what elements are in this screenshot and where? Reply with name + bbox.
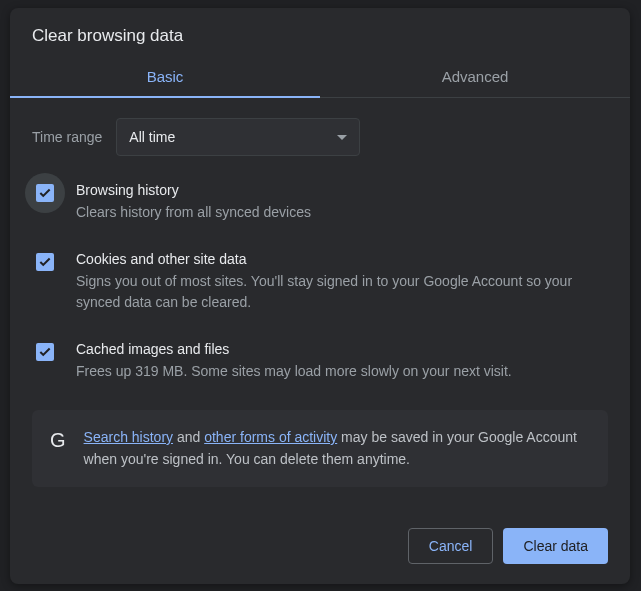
other-activity-link[interactable]: other forms of activity	[204, 429, 337, 445]
google-g-icon: G	[50, 426, 66, 454]
option-desc: Clears history from all synced devices	[76, 202, 608, 223]
clear-browsing-data-dialog: Clear browsing data Basic Advanced Time …	[10, 8, 630, 584]
chevron-down-icon	[337, 135, 347, 140]
tab-bar: Basic Advanced	[10, 54, 630, 98]
time-range-label: Time range	[32, 129, 102, 145]
option-cookies: Cookies and other site data Signs you ou…	[32, 251, 608, 313]
search-history-link[interactable]: Search history	[84, 429, 173, 445]
checkbox-cache[interactable]	[36, 343, 54, 361]
option-title: Browsing history	[76, 182, 608, 198]
checkbox-cookies[interactable]	[36, 253, 54, 271]
option-desc: Signs you out of most sites. You'll stay…	[76, 271, 608, 313]
option-text: Cookies and other site data Signs you ou…	[76, 251, 608, 313]
tab-advanced[interactable]: Advanced	[320, 54, 630, 97]
check-icon	[38, 186, 52, 200]
time-range-value: All time	[129, 129, 175, 145]
check-icon	[38, 255, 52, 269]
option-title: Cookies and other site data	[76, 251, 608, 267]
dialog-footer: Cancel Clear data	[10, 510, 630, 584]
info-mid1: and	[173, 429, 204, 445]
option-text: Browsing history Clears history from all…	[76, 182, 608, 223]
option-text: Cached images and files Frees up 319 MB.…	[76, 341, 608, 382]
info-text: Search history and other forms of activi…	[84, 426, 590, 471]
check-icon	[38, 345, 52, 359]
option-title: Cached images and files	[76, 341, 608, 357]
clear-data-button[interactable]: Clear data	[503, 528, 608, 564]
dialog-content: Time range All time Browsing history Cle…	[10, 98, 630, 510]
time-range-select[interactable]: All time	[116, 118, 360, 156]
cancel-button[interactable]: Cancel	[408, 528, 494, 564]
option-browsing-history: Browsing history Clears history from all…	[32, 182, 608, 223]
time-range-row: Time range All time	[32, 118, 608, 156]
option-cache: Cached images and files Frees up 319 MB.…	[32, 341, 608, 382]
info-card: G Search history and other forms of acti…	[32, 410, 608, 487]
dialog-title: Clear browsing data	[10, 8, 630, 54]
option-desc: Frees up 319 MB. Some sites may load mor…	[76, 361, 608, 382]
checkbox-browsing-history[interactable]	[36, 184, 54, 202]
tab-basic[interactable]: Basic	[10, 54, 320, 97]
